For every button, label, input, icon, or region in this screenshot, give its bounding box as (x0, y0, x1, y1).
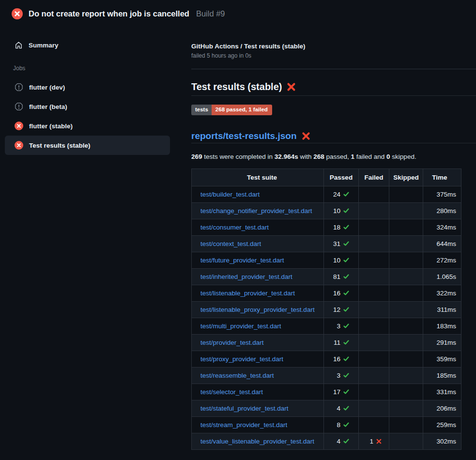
passed-cell: 31 (324, 235, 359, 252)
failed-cell (359, 301, 389, 318)
sidebar-item-flutter-stable[interactable]: flutter (stable) (5, 116, 170, 136)
passed-cell: 3 (324, 367, 359, 383)
skipped-cell (389, 334, 423, 351)
test-suite-link[interactable]: test/reassemble_test.dart (200, 372, 274, 379)
sidebar-item-summary[interactable]: Summary (5, 36, 170, 54)
failed-cell (359, 252, 389, 268)
test-suite-link[interactable]: test/selector_test.dart (200, 388, 263, 396)
column-header-failed: Failed (359, 169, 389, 186)
build-failed-circle-x-icon (12, 8, 23, 19)
sidebar-item-flutter-dev[interactable]: flutter (dev) (5, 77, 170, 97)
octagon-exclamation-icon (15, 102, 23, 111)
skipped-cell (389, 235, 423, 252)
passed-cell: 17 (324, 383, 359, 400)
build-header: Do not create report when job is cancell… (0, 0, 476, 27)
home-icon (15, 41, 23, 49)
time-cell: 359ms (423, 351, 461, 367)
table-row: test/reassemble_test.dart3185ms (192, 367, 461, 383)
test-suite-link[interactable]: test/future_provider_test.dart (200, 257, 284, 264)
failed-cell (359, 318, 389, 334)
failed-cell (359, 219, 389, 235)
test-suite-link[interactable]: test/builder_test.dart (200, 191, 260, 198)
skipped-cell (389, 400, 423, 416)
sidebar-item-label: flutter (stable) (29, 123, 73, 130)
skipped-cell (389, 351, 423, 367)
time-cell: 183ms (423, 318, 461, 334)
report-file-link[interactable]: reports/test-results.json (191, 131, 297, 141)
passed-count: 10 (333, 257, 340, 264)
passed-count: 81 (333, 273, 340, 280)
test-suite-link[interactable]: test/consumer_test.dart (200, 224, 269, 231)
failed-cell (359, 268, 389, 285)
skipped-cell (389, 202, 423, 219)
jobs-section-heading: Jobs (13, 65, 191, 72)
time-cell: 1.065s (423, 268, 461, 285)
test-suite-link[interactable]: test/stream_provider_test.dart (200, 421, 287, 429)
passed-cell: 81 (324, 268, 359, 285)
passed-count: 4 (337, 438, 340, 445)
test-suite-link[interactable]: test/multi_provider_test.dart (200, 322, 281, 330)
test-suite-link[interactable]: test/listenable_proxy_provider_test.dart (200, 306, 315, 313)
table-row: test/future_provider_test.dart10272ms (192, 252, 461, 268)
skipped-cell (389, 268, 423, 285)
time-cell: 291ms (423, 334, 461, 351)
time-cell: 644ms (423, 235, 461, 252)
test-suite-link[interactable]: test/context_test.dart (200, 240, 261, 247)
skipped-cell (389, 301, 423, 318)
jobs-list: flutter (dev)flutter (beta)flutter (stab… (0, 77, 191, 155)
passed-cell: 4 (324, 400, 359, 416)
main-content: GitHub Actions / Test results (stable) f… (191, 27, 476, 450)
check-icon (343, 290, 350, 296)
test-suite-link[interactable]: test/stateful_provider_test.dart (200, 405, 289, 412)
table-row: test/selector_test.dart17331ms (192, 383, 461, 400)
check-icon (343, 421, 350, 428)
sidebar-item-test-results-stable[interactable]: Test results (stable) (5, 136, 170, 155)
test-suite-link[interactable]: test/inherited_provider_test.dart (200, 273, 292, 280)
passed-cell: 3 (324, 318, 359, 334)
time-cell: 280ms (423, 202, 461, 219)
tests-status-badge: tests 268 passed, 1 failed (191, 105, 272, 115)
section-title-text: Test results (stable) (191, 81, 282, 92)
test-suite-link[interactable]: test/value_listenable_provider_test.dart (200, 438, 314, 445)
column-header-passed: Passed (324, 169, 359, 186)
build-title: Do not create report when job is cancell… (29, 9, 189, 18)
table-row: test/listenable_proxy_provider_test.dart… (192, 301, 461, 318)
table-row: test/inherited_provider_test.dart811.065… (192, 268, 461, 285)
test-summary-line: 269 tests were completed in 32.964s with… (191, 153, 476, 160)
passed-count: 24 (333, 191, 340, 198)
time-cell: 206ms (423, 400, 461, 416)
passed-count: 8 (337, 421, 340, 429)
check-icon (343, 240, 350, 247)
check-icon (343, 388, 350, 395)
skipped-cell (389, 383, 423, 400)
table-row: test/stateful_provider_test.dart4206ms (192, 400, 461, 416)
test-suite-link[interactable]: test/provider_test.dart (200, 339, 264, 346)
failed-count: 1 (369, 438, 373, 445)
sidebar-item-flutter-beta[interactable]: flutter (beta) (5, 97, 170, 116)
passed-cell: 10 (324, 252, 359, 268)
table-row: test/value_listenable_provider_test.dart… (192, 433, 461, 449)
time-cell: 375ms (423, 186, 461, 202)
check-icon (343, 207, 350, 214)
skipped-cell (389, 186, 423, 202)
failed-cell: 1 (359, 433, 389, 449)
test-suite-link[interactable]: test/listenable_provider_test.dart (200, 290, 295, 297)
table-row: test/builder_test.dart24375ms (192, 186, 461, 202)
circle-x-icon (15, 141, 23, 150)
sidebar-item-label: flutter (beta) (29, 103, 67, 110)
test-suite-link[interactable]: test/proxy_provider_test.dart (200, 355, 283, 363)
passed-count: 4 (337, 405, 340, 412)
failed-cell (359, 383, 389, 400)
test-suite-link[interactable]: test/change_notifier_provider_test.dart (200, 207, 312, 215)
check-icon (343, 191, 350, 198)
column-header-test-suite: Test suite (192, 169, 324, 186)
table-row: test/change_notifier_provider_test.dart1… (192, 202, 461, 219)
check-icon (343, 273, 350, 280)
failed-cell (359, 400, 389, 416)
failed-cell (359, 416, 389, 433)
x-icon (376, 438, 382, 445)
passed-count: 3 (337, 322, 340, 330)
breadcrumb: GitHub Actions / Test results (stable) (191, 43, 476, 50)
failed-cell (359, 285, 389, 301)
sidebar-item-label: Summary (29, 42, 59, 49)
